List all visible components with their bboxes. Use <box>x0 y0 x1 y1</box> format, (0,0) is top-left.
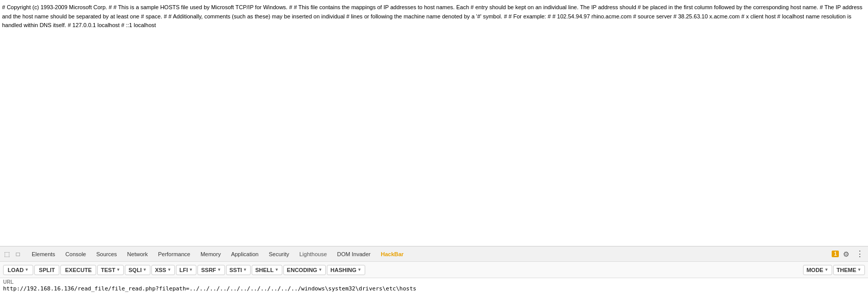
tab-hackbar[interactable]: HackBar <box>375 249 409 259</box>
load-button[interactable]: LOAD ▼ <box>3 265 33 275</box>
execute-button[interactable]: EXECUTE <box>60 265 96 275</box>
ssti-dropdown-arrow: ▼ <box>243 267 247 272</box>
devtools-bar: ⬚ □ Elements Console Sources Network Per… <box>0 246 868 261</box>
tab-lighthouse[interactable]: Lighthouse <box>294 249 332 259</box>
url-value: http://192.168.16.136/read_file/file_rea… <box>3 285 865 292</box>
notification-badge: 1 <box>832 251 839 257</box>
shell-dropdown-arrow: ▼ <box>275 267 279 272</box>
test-button[interactable]: TEST ▼ <box>97 265 124 275</box>
split-button[interactable]: SPLIT <box>34 265 59 275</box>
lfi-dropdown-arrow: ▼ <box>189 267 193 272</box>
ssrf-dropdown-arrow: ▼ <box>217 267 221 272</box>
tab-performance[interactable]: Performance <box>153 249 195 259</box>
mode-button[interactable]: MODE ▼ <box>803 265 832 275</box>
theme-button[interactable]: THEME ▼ <box>833 265 865 275</box>
main-content-area: # Copyright (c) 1993-2009 Microsoft Corp… <box>0 0 868 246</box>
devtools-icons: ⬚ □ <box>2 250 23 259</box>
theme-dropdown-arrow: ▼ <box>857 267 861 272</box>
shell-button[interactable]: SHELL ▼ <box>252 265 282 275</box>
settings-icon[interactable]: ⚙ <box>841 249 852 259</box>
xss-dropdown-arrow: ▼ <box>167 267 171 272</box>
sqli-dropdown-arrow: ▼ <box>143 267 147 272</box>
url-label: URL <box>3 279 865 285</box>
more-options-icon[interactable]: ⋮ <box>854 248 866 260</box>
sqli-button[interactable]: SQLI ▼ <box>125 265 150 275</box>
hashing-dropdown-arrow: ▼ <box>358 267 362 272</box>
mode-theme-group: MODE ▼ THEME ▼ <box>803 265 865 275</box>
tab-sources[interactable]: Sources <box>91 249 122 259</box>
encoding-button[interactable]: ENCODING ▼ <box>283 265 326 275</box>
devtools-tabs: Elements Console Sources Network Perform… <box>27 249 832 259</box>
tab-network[interactable]: Network <box>122 249 153 259</box>
hashing-button[interactable]: HASHING ▼ <box>327 265 365 275</box>
tab-dom-invader[interactable]: DOM Invader <box>332 249 375 259</box>
tab-memory[interactable]: Memory <box>195 249 226 259</box>
ssrf-button[interactable]: SSRF ▼ <box>197 265 225 275</box>
encoding-dropdown-arrow: ▼ <box>318 267 322 272</box>
ssti-button[interactable]: SSTI ▼ <box>226 265 251 275</box>
tab-console[interactable]: Console <box>60 249 91 259</box>
xss-button[interactable]: XSS ▼ <box>151 265 175 275</box>
devtools-right-icons: 1 ⚙ ⋮ <box>832 248 866 260</box>
url-bar: URL http://192.168.16.136/read_file/file… <box>0 278 868 293</box>
lfi-button[interactable]: LFI ▼ <box>176 265 196 275</box>
hackbar-toolbar: LOAD ▼ SPLIT EXECUTE TEST ▼ SQLI ▼ XSS ▼… <box>0 261 868 278</box>
test-dropdown-arrow: ▼ <box>116 267 120 272</box>
tab-security[interactable]: Security <box>263 249 294 259</box>
tab-application[interactable]: Application <box>226 249 264 259</box>
mode-dropdown-arrow: ▼ <box>825 267 829 272</box>
hosts-file-content: # Copyright (c) 1993-2009 Microsoft Corp… <box>2 4 862 28</box>
load-dropdown-arrow: ▼ <box>25 267 29 272</box>
device-icon[interactable]: □ <box>13 250 23 259</box>
cursor-icon[interactable]: ⬚ <box>2 250 11 259</box>
tab-elements[interactable]: Elements <box>27 249 60 259</box>
